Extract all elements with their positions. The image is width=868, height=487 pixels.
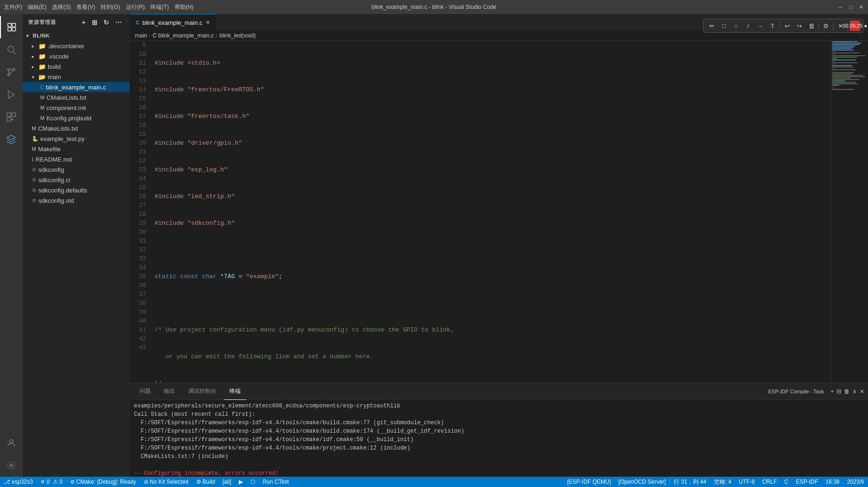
status-debug-button[interactable]: ⬡ bbox=[247, 477, 259, 487]
collapse-button[interactable]: ⋯ bbox=[113, 18, 124, 27]
code-editor[interactable]: 910111213 1415161718 1920212223 24252627… bbox=[130, 41, 868, 383]
ann-circle-button[interactable]: ○ bbox=[731, 21, 741, 31]
activity-debug[interactable] bbox=[0, 83, 22, 106]
panel-tab-terminal[interactable]: 终端 bbox=[224, 384, 246, 400]
ann-arrow-button[interactable]: → bbox=[755, 21, 765, 31]
no-kit-icon: ⊘ bbox=[144, 479, 148, 485]
ann-trash-button[interactable]: 🗑 bbox=[806, 21, 817, 31]
activity-settings[interactable] bbox=[0, 454, 22, 477]
status-errors[interactable]: ✕ 0 ⚠ 0 bbox=[37, 477, 66, 487]
menu-bar[interactable]: 文件(F) 编辑(E) 选择(S) 查看(V) 转到(G) 运行(R) 终端(T… bbox=[4, 3, 193, 11]
status-no-kit[interactable]: ⊘ No Kit Selected bbox=[140, 477, 192, 487]
panel-tab-debug-console[interactable]: 调试控制台 bbox=[183, 384, 222, 400]
code-content[interactable]: #include <stdio.h> #include "freertos/Fr… bbox=[150, 41, 831, 383]
window-controls[interactable]: ─ □ ✕ bbox=[837, 4, 864, 10]
tree-root-blink[interactable]: ▾ BLINK bbox=[22, 30, 130, 41]
menu-help[interactable]: 帮助(H) bbox=[175, 3, 194, 11]
status-language[interactable]: C bbox=[780, 477, 792, 487]
new-file-button[interactable]: + bbox=[80, 18, 88, 27]
tree-folder-devcontainer[interactable]: ▸ 📁 .devcontainer bbox=[22, 41, 130, 51]
openocd-text: [OpenOCD Server] bbox=[618, 479, 666, 485]
tree-item-label: sdkconfig.defaults bbox=[38, 187, 87, 194]
status-line-col[interactable]: 行 31，列 44 bbox=[670, 477, 710, 487]
activity-extensions[interactable] bbox=[0, 106, 22, 128]
refresh-button[interactable]: ↻ bbox=[102, 18, 111, 27]
tree-file-sdkconfig-old[interactable]: ⚙ sdkconfig.old bbox=[22, 195, 130, 206]
breadcrumb-symbol[interactable]: blink_led(void) bbox=[220, 32, 256, 39]
panel-plus-button[interactable]: + bbox=[831, 388, 834, 395]
new-folder-button[interactable]: ⊞ bbox=[90, 18, 100, 27]
tree-item-label: component.mk bbox=[46, 104, 86, 111]
tree-file-kconfig[interactable]: M Kconfig.projbuild bbox=[22, 113, 130, 123]
panel-split-button[interactable]: ⊟ bbox=[837, 388, 841, 395]
activity-account[interactable] bbox=[0, 432, 22, 454]
status-esp-idf[interactable]: ESP-IDF bbox=[792, 477, 822, 487]
status-date: 2023/6 bbox=[843, 477, 868, 487]
tree-file-example-test[interactable]: 🐍 example_test.py bbox=[22, 133, 130, 144]
tree-file-component-mk[interactable]: M component.mk bbox=[22, 103, 130, 113]
menu-terminal[interactable]: 终端(T) bbox=[150, 3, 169, 11]
tree-folder-main[interactable]: ▾ 📂 main bbox=[22, 72, 130, 82]
status-spaces[interactable]: 空格: 4 bbox=[710, 477, 735, 487]
tab-close-button[interactable]: ✕ bbox=[206, 19, 210, 26]
panel-close-button[interactable]: ✕ bbox=[860, 388, 864, 395]
ann-undo-button[interactable]: ↩ bbox=[782, 21, 792, 31]
activity-search[interactable] bbox=[0, 38, 22, 61]
maximize-button[interactable]: □ bbox=[847, 4, 854, 10]
ann-redo-button[interactable]: ↪ bbox=[794, 21, 804, 31]
ann-settings-button[interactable]: ⚙ bbox=[821, 21, 831, 31]
ann-timer-button[interactable]: 00:26:25 ● bbox=[850, 21, 860, 31]
status-run-button[interactable]: ▶ bbox=[235, 477, 247, 487]
status-build-button[interactable]: ⚙ Build bbox=[192, 477, 219, 487]
menu-select[interactable]: 选择(S) bbox=[52, 3, 71, 11]
menu-view[interactable]: 查看(V) bbox=[76, 3, 95, 11]
ann-pen-button[interactable]: ✏ bbox=[706, 21, 717, 31]
activity-esp-idf[interactable] bbox=[0, 128, 22, 151]
svg-point-13 bbox=[9, 440, 13, 443]
menu-edit[interactable]: 编辑(E) bbox=[28, 3, 46, 11]
tree-file-cmakelists-root[interactable]: M CMakeLists.txt bbox=[22, 123, 130, 133]
svg-rect-11 bbox=[12, 113, 15, 117]
tree-file-readme[interactable]: ℹ README.md bbox=[22, 154, 130, 164]
status-encoding[interactable]: UTF-8 bbox=[735, 477, 758, 487]
tree-file-sdkconfig[interactable]: ⚙ sdkconfig bbox=[22, 164, 130, 175]
encoding-text: UTF-8 bbox=[739, 479, 755, 485]
activity-explorer[interactable] bbox=[0, 16, 22, 38]
panel-tab-problems[interactable]: 问题 bbox=[134, 384, 156, 400]
ann-rect-button[interactable]: □ bbox=[719, 21, 729, 31]
esp-qemu-text: [ESP-IDF QEMU] bbox=[567, 479, 611, 485]
status-openocd[interactable]: [OpenOCD Server] bbox=[615, 477, 669, 487]
status-esp-qemu[interactable]: [ESP-IDF QEMU] bbox=[563, 477, 614, 487]
minimize-button[interactable]: ─ bbox=[837, 4, 844, 10]
tree-file-blink-main[interactable]: C blink_example_main.c bbox=[22, 82, 130, 92]
activity-source-control[interactable] bbox=[0, 61, 22, 83]
tree-file-cmakelists-main[interactable]: M CMakeLists.txt bbox=[22, 92, 130, 103]
panel-chevron-up-button[interactable]: ∧ bbox=[853, 388, 857, 395]
status-line-ending[interactable]: CRLF bbox=[758, 477, 780, 487]
breadcrumb-file[interactable]: C blink_example_main.c bbox=[153, 32, 214, 39]
tree-folder-vscode[interactable]: ▸ 📁 .vscode bbox=[22, 51, 130, 61]
tree-folder-build[interactable]: ▸ 📁 build bbox=[22, 61, 130, 72]
config-file-icon: ⚙ bbox=[32, 167, 37, 173]
status-run-ctest[interactable]: Run CTest bbox=[259, 477, 293, 487]
menu-goto[interactable]: 转到(G) bbox=[101, 3, 120, 11]
status-build-all[interactable]: [all] bbox=[219, 477, 235, 487]
panel-trash-button[interactable]: 🗑 bbox=[844, 388, 850, 395]
debug-icon: ⬡ bbox=[250, 479, 255, 485]
tab-blink-main[interactable]: C blink_example_main.c ✕ bbox=[130, 14, 216, 30]
tree-file-sdkconfig-ci[interactable]: ⚙ sdkconfig.ci bbox=[22, 175, 130, 185]
ann-line-button[interactable]: / bbox=[743, 21, 753, 31]
panel-tab-output[interactable]: 输出 bbox=[158, 384, 181, 400]
panel-tab-bar: 问题 输出 调试控制台 终端 ESP-IDF Compile - Task + … bbox=[130, 384, 868, 400]
tree-file-sdkconfig-defaults[interactable]: ⚙ sdkconfig.defaults bbox=[22, 185, 130, 195]
close-button[interactable]: ✕ bbox=[858, 4, 864, 10]
tree-file-makefile[interactable]: M Makefile bbox=[22, 144, 130, 154]
terminal-output[interactable]: examples/peripherals/secure_element/atec… bbox=[130, 400, 868, 477]
breadcrumb-main[interactable]: main bbox=[135, 32, 147, 39]
status-cmake[interactable]: ⚙ CMake: [Debug]: Ready bbox=[66, 477, 140, 487]
menu-file[interactable]: 文件(F) bbox=[4, 3, 22, 11]
status-git-branch[interactable]: ⎇ esp32s3 bbox=[0, 477, 37, 487]
menu-run[interactable]: 运行(R) bbox=[126, 3, 145, 11]
ann-separator bbox=[833, 22, 833, 30]
ann-text-button[interactable]: T bbox=[767, 21, 778, 31]
